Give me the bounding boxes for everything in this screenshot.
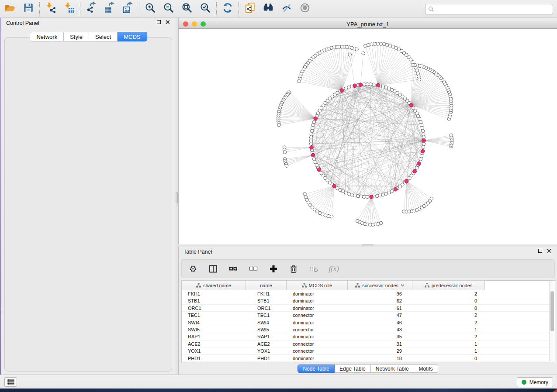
table-row[interactable]: FKH1FKH1dominator962 <box>182 290 555 297</box>
table-row[interactable]: ORC1ORC1dominator610 <box>182 305 555 312</box>
graph-hub-node[interactable] <box>413 169 417 173</box>
graph-node[interactable] <box>363 195 366 199</box>
graph-node[interactable] <box>350 193 354 196</box>
unselect-all-button[interactable] <box>248 264 259 274</box>
graph-node[interactable] <box>379 221 383 225</box>
table-row[interactable]: TEC1TEC1connector472 <box>182 312 555 319</box>
zoom-fit-button[interactable] <box>180 2 194 15</box>
cell[interactable]: 2 <box>412 333 485 340</box>
cell[interactable]: 18 <box>348 355 412 362</box>
graph-node[interactable] <box>312 120 316 124</box>
table-row[interactable]: YOX1YOX1connector291 <box>182 347 555 354</box>
export-table-button[interactable] <box>103 2 116 15</box>
graph-node[interactable] <box>309 142 313 145</box>
graph-node[interactable] <box>327 214 330 218</box>
cell[interactable]: 47 <box>348 312 412 319</box>
graph-node[interactable] <box>418 78 421 81</box>
cell[interactable]: YOX1 <box>246 347 287 354</box>
graph-node[interactable] <box>311 124 315 127</box>
table-row[interactable]: PHD1PHD1dominator180 <box>182 355 555 362</box>
cell[interactable]: 2 <box>412 290 485 297</box>
graph-node[interactable] <box>347 192 351 196</box>
splitter-grip[interactable] <box>176 192 178 203</box>
splitter-grip[interactable] <box>362 244 374 246</box>
maximize-window-icon[interactable] <box>201 21 206 27</box>
graph-hub-node[interactable] <box>394 187 398 191</box>
table-row[interactable]: ACE2ACE2connector311 <box>182 340 555 347</box>
graph-node[interactable] <box>285 164 288 168</box>
tab-motifs[interactable]: Motifs <box>414 364 438 373</box>
graph-node[interactable] <box>390 189 394 193</box>
create-column-button[interactable] <box>268 264 279 274</box>
graph-node[interactable] <box>430 197 433 200</box>
refresh-button[interactable] <box>221 2 234 15</box>
export-network-button[interactable] <box>85 2 98 15</box>
graph-node[interactable] <box>388 44 392 48</box>
table-row[interactable]: SWI4SWI4dominator462 <box>182 319 555 326</box>
clone-network-button[interactable] <box>243 2 256 15</box>
tab-node-table[interactable]: Node Table <box>298 364 335 373</box>
graph-node[interactable] <box>356 194 360 198</box>
cell[interactable]: 31 <box>348 340 412 347</box>
cell[interactable]: dominator <box>287 319 348 326</box>
graph-hub-node[interactable] <box>405 179 408 183</box>
cell[interactable]: 1 <box>412 340 485 347</box>
cell[interactable]: 0 <box>412 355 485 362</box>
cell[interactable]: STB1 <box>182 297 246 304</box>
cell[interactable]: dominator <box>287 297 348 304</box>
column-header-predecessor-nodes[interactable]: predecessor nodes <box>412 281 485 290</box>
graph-node[interactable] <box>411 63 415 67</box>
zoom-in-button[interactable] <box>144 2 157 15</box>
graph-hub-node[interactable] <box>370 195 374 199</box>
column-header-name[interactable]: name <box>246 281 287 290</box>
graph-node[interactable] <box>422 145 425 149</box>
cell[interactable]: RAP1 <box>182 333 246 340</box>
cell[interactable]: FKH1 <box>246 290 287 297</box>
close-panel-icon[interactable]: ✕ <box>165 20 170 24</box>
graph-node[interactable] <box>366 83 369 86</box>
cell[interactable]: ORC1 <box>182 305 246 312</box>
cell[interactable]: PHD1 <box>246 355 287 362</box>
cell[interactable]: 35 <box>348 333 412 340</box>
minimize-window-icon[interactable] <box>192 21 197 27</box>
graph-hub-node[interactable] <box>359 83 363 87</box>
search-network-button[interactable] <box>262 2 275 15</box>
graph-node[interactable] <box>353 194 357 197</box>
cell[interactable]: 43 <box>348 326 412 333</box>
graph-node[interactable] <box>362 52 365 55</box>
graph-node[interactable] <box>420 155 423 158</box>
column-header-successor-nodes[interactable]: successor nodes <box>348 281 412 290</box>
hide-panels-button[interactable] <box>280 2 293 15</box>
graph-node[interactable] <box>419 158 422 161</box>
column-header-MCDS-role[interactable]: MCDS role <box>287 281 348 290</box>
cell[interactable]: 2 <box>412 319 485 326</box>
zoom-out-button[interactable] <box>162 2 175 15</box>
graph-node[interactable] <box>376 42 380 46</box>
graph-hub-node[interactable] <box>376 83 380 87</box>
cell[interactable]: 61 <box>348 305 412 312</box>
graph-hub-node[interactable] <box>421 149 425 153</box>
graph-node[interactable] <box>367 43 370 47</box>
graph-hub-node[interactable] <box>314 117 318 120</box>
graph-node[interactable] <box>375 194 379 198</box>
graph-node[interactable] <box>385 43 389 47</box>
cell[interactable]: 46 <box>348 319 412 326</box>
search-input[interactable] <box>436 5 553 14</box>
export-image-button[interactable] <box>121 2 135 15</box>
cell[interactable]: connector <box>287 312 348 319</box>
memory-button[interactable]: Memory <box>517 377 553 387</box>
tab-network-table[interactable]: Network Table <box>371 364 414 373</box>
cell[interactable]: 29 <box>348 347 412 354</box>
graph-node[interactable] <box>379 42 383 46</box>
import-table-button[interactable] <box>62 2 76 15</box>
graph-node[interactable] <box>381 85 385 88</box>
graph-node[interactable] <box>324 214 327 217</box>
graph-node[interactable] <box>421 130 425 133</box>
cell[interactable]: 96 <box>348 290 412 297</box>
graph-hub-node[interactable] <box>422 139 426 143</box>
graph-node[interactable] <box>381 193 385 196</box>
cell[interactable]: ACE2 <box>182 340 246 347</box>
cell[interactable]: ORC1 <box>246 305 287 312</box>
cell[interactable]: FKH1 <box>182 290 246 297</box>
graph-node[interactable] <box>330 215 333 218</box>
